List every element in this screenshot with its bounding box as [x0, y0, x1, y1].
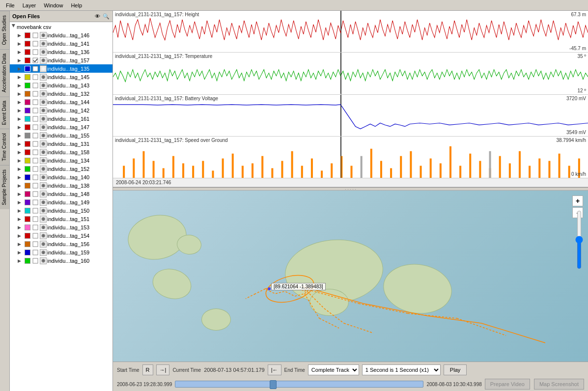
tree-item-tag_131[interactable]: ▶⊕individu...tag_131 — [10, 140, 112, 148]
item-visibility-toggle[interactable] — [32, 49, 39, 56]
tree-item-tag_151[interactable]: ▶⊕individu...tag_151 — [10, 215, 112, 223]
back-btn[interactable]: |← — [268, 364, 281, 375]
tab-event-data[interactable]: Event Data — [0, 96, 9, 129]
item-zoom-btn[interactable]: ⊕ — [40, 107, 47, 114]
item-zoom-btn[interactable]: ⊕ — [40, 149, 47, 156]
tree-item-tag_148[interactable]: ▶⊕individu...tag_148 — [10, 190, 112, 198]
item-zoom-btn[interactable]: ⊕ — [40, 241, 47, 248]
item-zoom-btn[interactable]: ⊕ — [40, 157, 47, 164]
item-zoom-btn[interactable]: ⊕ — [40, 216, 47, 223]
item-visibility-toggle[interactable] — [32, 107, 39, 114]
item-zoom-btn[interactable]: ⊕ — [40, 124, 47, 131]
item-visibility-toggle[interactable] — [32, 249, 39, 256]
item-visibility-toggle[interactable] — [32, 90, 39, 97]
item-visibility-toggle[interactable] — [32, 174, 39, 181]
tree-item-tag_142[interactable]: ▶⊕individu...tag_142 — [10, 106, 112, 114]
tab-open-studies[interactable]: Open Studies — [0, 11, 9, 49]
tree-item-tag_158[interactable]: ▶⊕individu...tag_158 — [10, 148, 112, 156]
tab-time-control[interactable]: Time Control — [0, 129, 9, 165]
forward-btn[interactable]: →| — [156, 364, 170, 375]
map-screenshot-btn[interactable]: Map Screenshot — [534, 379, 584, 390]
tree-item-tag_138[interactable]: ▶⊕individu...tag_138 — [10, 181, 112, 190]
item-visibility-toggle[interactable] — [32, 82, 39, 89]
tree-item-tag_149[interactable]: ▶⊕individu...tag_149 — [10, 198, 112, 206]
item-zoom-btn[interactable]: ⊕ — [40, 224, 47, 231]
menu-help[interactable]: Help — [67, 1, 86, 9]
item-visibility-toggle[interactable] — [32, 124, 39, 131]
item-zoom-btn[interactable]: ⊕ — [40, 191, 47, 197]
tree-item-tag_141[interactable]: ▶⊕individu...tag_141 — [10, 39, 112, 48]
tree-item-tag_157[interactable]: ▶⊕individu...tag_157 — [10, 56, 112, 64]
item-visibility-toggle[interactable] — [32, 40, 39, 47]
item-visibility-toggle[interactable] — [32, 140, 39, 147]
reset-btn[interactable]: R — [142, 364, 153, 375]
item-zoom-btn[interactable]: ⊕ — [40, 40, 47, 47]
item-visibility-toggle[interactable] — [32, 115, 39, 122]
map-zoom-in-btn[interactable]: + — [572, 196, 583, 206]
menu-layer[interactable]: Layer — [19, 1, 40, 9]
tree-item-tag_161[interactable]: ▶⊕individu...tag_161 — [10, 114, 112, 123]
item-visibility-toggle[interactable] — [32, 199, 39, 206]
item-zoom-btn[interactable]: ⊕ — [40, 166, 47, 172]
menu-file[interactable]: File — [2, 1, 19, 9]
tree-item-tag_160[interactable]: ▶⊕individu...tag_160 — [10, 256, 112, 265]
tree-item-tag_143[interactable]: ▶⊕individu...tag_143 — [10, 81, 112, 89]
item-zoom-btn[interactable]: ⊕ — [40, 99, 47, 106]
speed-select[interactable]: 1 Second is 1 Second (x1) — [362, 364, 441, 375]
item-visibility-toggle[interactable] — [32, 241, 39, 248]
tree-item-tag_135[interactable]: ▶⊕individu...tag_135 — [10, 64, 112, 73]
end-time-select[interactable]: Complete Track — [308, 364, 359, 375]
item-zoom-btn[interactable]: ⊕ — [40, 32, 47, 39]
item-zoom-btn[interactable]: ⊕ — [40, 182, 47, 189]
menu-window[interactable]: Window — [40, 1, 67, 9]
tree-item-tag_146[interactable]: ▶⊕individu...tag_146 — [10, 31, 112, 39]
tree-item-tag_156[interactable]: ▶⊕individu...tag_156 — [10, 240, 112, 248]
item-visibility-toggle[interactable] — [32, 149, 39, 156]
item-zoom-btn[interactable]: ⊕ — [40, 74, 47, 81]
item-visibility-toggle[interactable] — [32, 132, 39, 139]
tab-sample-projects[interactable]: Sample Projects — [0, 165, 9, 209]
eye-icon[interactable]: 👁 — [93, 12, 101, 20]
tree-item-tag_144[interactable]: ▶⊕individu...tag_144 — [10, 98, 112, 106]
item-zoom-btn[interactable]: ⊕ — [40, 132, 47, 139]
item-visibility-toggle[interactable] — [32, 99, 39, 106]
item-zoom-btn[interactable]: ⊕ — [40, 249, 47, 256]
item-zoom-btn[interactable]: ⊕ — [40, 90, 47, 97]
tree-item-tag_152[interactable]: ▶⊕individu...tag_152 — [10, 165, 112, 173]
tree-root-item[interactable]: ▶ movebank csv — [10, 23, 112, 31]
item-visibility-toggle[interactable] — [32, 224, 39, 231]
item-zoom-btn[interactable]: ⊕ — [40, 257, 47, 264]
item-visibility-toggle[interactable] — [32, 182, 39, 189]
item-zoom-btn[interactable]: ⊕ — [40, 65, 47, 72]
tree-item-tag_155[interactable]: ▶⊕individu...tag_155 — [10, 131, 112, 140]
item-visibility-toggle[interactable] — [32, 166, 39, 172]
item-zoom-btn[interactable]: ⊕ — [40, 232, 47, 239]
tree-item-tag_140[interactable]: ▶⊕individu...tag_140 — [10, 173, 112, 181]
timeline-thumb[interactable] — [270, 380, 277, 389]
tab-acceleration-data[interactable]: Acceleration Data — [0, 49, 9, 96]
tree-item-tag_147[interactable]: ▶⊕individu...tag_147 — [10, 123, 112, 131]
item-visibility-toggle[interactable] — [32, 32, 39, 39]
play-btn[interactable]: Play — [444, 364, 467, 375]
tree-item-tag_145[interactable]: ▶⊕individu...tag_145 — [10, 73, 112, 81]
tree-item-tag_154[interactable]: ▶⊕individu...tag_154 — [10, 231, 112, 240]
timeline-track[interactable] — [175, 381, 423, 388]
item-visibility-toggle[interactable] — [32, 207, 39, 214]
item-zoom-btn[interactable]: ⊕ — [40, 57, 47, 64]
tree-item-tag_132[interactable]: ▶⊕individu...tag_132 — [10, 89, 112, 98]
item-zoom-btn[interactable]: ⊕ — [40, 174, 47, 181]
item-visibility-toggle[interactable] — [32, 232, 39, 239]
item-visibility-toggle[interactable] — [32, 74, 39, 81]
tree-item-tag_150[interactable]: ▶⊕individu...tag_150 — [10, 206, 112, 215]
item-zoom-btn[interactable]: ⊕ — [40, 207, 47, 214]
item-visibility-toggle[interactable] — [32, 257, 39, 264]
item-zoom-btn[interactable]: ⊕ — [40, 199, 47, 206]
item-zoom-btn[interactable]: ⊕ — [40, 115, 47, 122]
tree-item-tag_159[interactable]: ▶⊕individu...tag_159 — [10, 248, 112, 256]
item-zoom-btn[interactable]: ⊕ — [40, 49, 47, 56]
map-zoom-slider[interactable] — [575, 210, 583, 269]
item-visibility-toggle[interactable] — [32, 157, 39, 164]
tree-item-tag_153[interactable]: ▶⊕individu...tag_153 — [10, 223, 112, 231]
tree-item-tag_136[interactable]: ▶⊕individu...tag_136 — [10, 48, 112, 56]
item-visibility-toggle[interactable] — [32, 65, 39, 72]
